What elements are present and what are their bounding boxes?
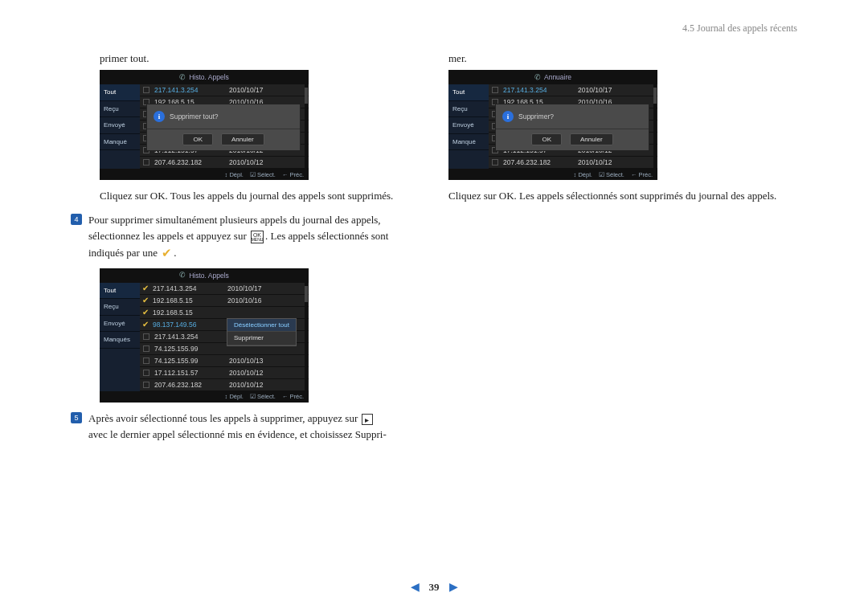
caption-delete-selected: Cliquez sur OK. Les appels sélectionnés …: [448, 188, 797, 204]
step-4: 4 Pour supprimer simultanément plusieurs…: [71, 212, 420, 264]
tab-tout[interactable]: Tout: [100, 84, 140, 101]
dialog-message: Supprimer tout?: [170, 112, 218, 121]
step-number-4: 4: [71, 214, 82, 225]
next-page-icon[interactable]: ▶: [449, 580, 458, 594]
phone-icon: ✆: [534, 73, 541, 82]
device-screenshot-confirm-delete: ✆Annuaire Tout Reçu Envoyé Manqué 217.14…: [448, 70, 657, 180]
section-header: 4.5 Journal des appels récents: [71, 22, 797, 35]
context-menu: Désélectionner tout Supprimer: [227, 318, 297, 346]
ok-button[interactable]: OK: [531, 133, 562, 145]
ok-button[interactable]: OK: [182, 133, 213, 145]
menu-deselect-all[interactable]: Désélectionner tout: [227, 319, 296, 333]
device-title: Histo. Appels: [189, 73, 229, 81]
info-icon: i: [154, 111, 165, 122]
confirm-delete-all-dialog: iSupprimer tout? OK Annuler: [146, 104, 301, 151]
caption-delete-all: Cliquez sur OK. Tous les appels du journ…: [100, 188, 420, 204]
intro-continued-left: primer tout.: [100, 52, 420, 65]
phone-icon: ✆: [179, 271, 186, 280]
confirm-delete-dialog: iSupprimer? OK Annuler: [495, 104, 649, 151]
tab-envoye[interactable]: Envoyé: [100, 316, 140, 333]
device-screenshot-delete-all: ✆Histo. Appels Tout Reçu Envoyé Manqué 2…: [100, 70, 309, 180]
tab-tout[interactable]: Tout: [100, 283, 140, 300]
menu-delete[interactable]: Supprimer: [227, 332, 296, 345]
device-title: Annuaire: [544, 73, 571, 81]
tab-manques[interactable]: Manqués: [100, 332, 140, 349]
device-screenshot-multiselect: ✆Histo. Appels Tout Reçu Envoyé Manqués …: [100, 268, 309, 403]
tab-envoye[interactable]: Envoyé: [100, 117, 140, 134]
step-5: 5 Après avoir sélectionné tous les appel…: [71, 411, 420, 443]
tab-manque[interactable]: Manqué: [100, 134, 140, 151]
phone-icon: ✆: [179, 73, 186, 82]
right-key-icon: [362, 414, 373, 425]
tab-tout[interactable]: Tout: [448, 84, 489, 101]
dialog-message: Supprimer?: [518, 112, 554, 121]
device-foot-hints: ↕ Dépl.☑ Sélect.← Préc.: [100, 169, 309, 180]
cancel-button[interactable]: Annuler: [570, 133, 613, 145]
page-number: 39: [429, 581, 440, 594]
step-number-5: 5: [71, 412, 82, 423]
tab-envoye[interactable]: Envoyé: [448, 117, 489, 134]
cancel-button[interactable]: Annuler: [221, 133, 264, 145]
tab-recu[interactable]: Reçu: [100, 299, 140, 316]
ok-menu-key-icon: OKMENU: [251, 231, 264, 243]
device-title: Histo. Appels: [189, 272, 229, 280]
page-nav: ◀ 39 ▶: [0, 580, 868, 594]
tab-recu[interactable]: Reçu: [448, 101, 489, 118]
intro-continued-right: mer.: [448, 52, 797, 65]
check-icon: ✔: [162, 247, 172, 260]
tab-manque[interactable]: Manqué: [448, 134, 489, 151]
device-tabs: Tout Reçu Envoyé Manqué: [100, 84, 140, 169]
tab-recu[interactable]: Reçu: [100, 101, 140, 118]
prev-page-icon[interactable]: ◀: [411, 580, 420, 594]
info-icon: i: [502, 111, 514, 122]
